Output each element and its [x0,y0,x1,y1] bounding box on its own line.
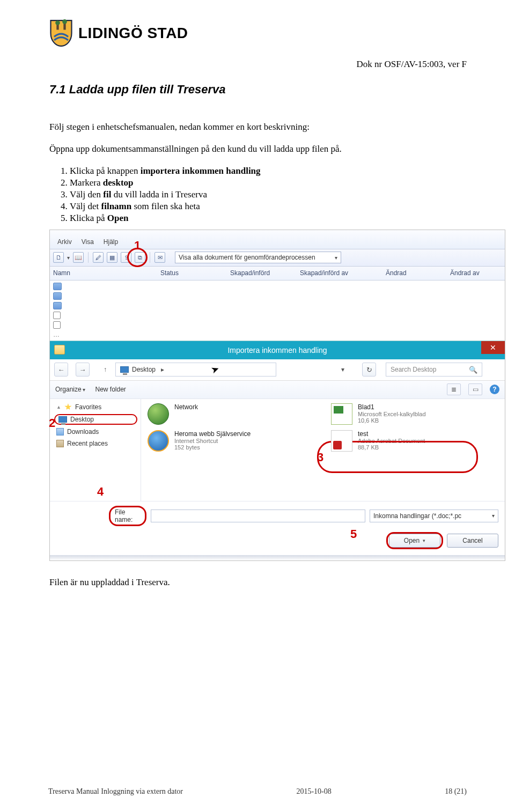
file-dialog: Importera inkommen handling ✕ ➤ ← → ↑ De… [50,341,505,560]
intro-para-2: Öppna upp dokumentsammanställningen på d… [49,143,467,156]
dialog-buttons: 5 Open ▾ Cancel [50,530,505,555]
recent-icon [56,440,64,447]
section-heading: 7.1 Ladda upp filen till Treserva [49,83,467,97]
desktop-icon [58,416,67,423]
ie-shortcut-icon [148,430,169,452]
pdf-icon [331,430,352,452]
filename-row: File name: Inkomna handlingar (*.doc;*.p… [50,501,505,530]
menu-hjalp[interactable]: Hjälp [104,238,118,246]
footer-right: 18 (21) [445,787,467,796]
closing-text: Filen är nu uppladdad i Treserva. [49,577,467,588]
star-icon [64,403,72,411]
step-item: Klicka på knappen importera inkommen han… [70,165,467,177]
desktop-icon [120,366,129,373]
filename-input[interactable] [151,510,365,522]
col-skapad-av[interactable]: Skapad/införd av [300,269,386,277]
col-status[interactable]: Status [160,269,230,277]
filename-label: File name: [115,508,133,523]
highlight-ring-1 [127,248,148,267]
dialog-title-text: Importera inkommen handling [227,346,327,355]
col-namn[interactable]: Namn [53,269,160,277]
book-icon[interactable]: 📖 [73,252,84,263]
menu-arkiv[interactable]: Arkiv [57,238,72,246]
new-icon[interactable]: 🗋 [53,252,64,263]
dialog-sidebar: ▲ Favorites Desktop Downloads [50,399,141,501]
search-input[interactable]: Search Desktop 🔍 [386,363,482,377]
location-dropdown-icon[interactable]: ▾ [339,366,347,373]
row-book-icon[interactable] [53,283,62,290]
open-button[interactable]: Open ▾ [389,534,440,548]
file-item-network[interactable]: Network [148,403,315,425]
marker-2: 2 [49,416,55,430]
app-toolbar: 🗋 ▾ 📖 🖉 ▦ ⇪ ⧉ ✉ Visa alla dokument för g… [50,249,505,267]
sidebar-downloads[interactable]: Downloads [54,427,137,437]
network-icon [148,403,169,425]
svg-point-1 [55,20,60,25]
help-icon[interactable]: ? [490,385,499,394]
grid-icon[interactable]: ▦ [107,252,117,263]
step-item: Klicka på Open [70,212,467,224]
breadcrumb-bar: ➤ ← → ↑ Desktop ▸ ▾ ↻ Search Desktop 🔍 [50,359,505,381]
marker-5: 5 [350,527,357,575]
nav-up-button[interactable]: ↑ [97,366,113,373]
collapse-icon: ▲ [56,404,61,410]
organize-menu[interactable]: Organize [55,386,85,393]
footer-mid: 2015-10-08 [296,787,331,796]
file-item-heroma[interactable]: Heroma webb Självservice Internet Shortc… [148,430,315,452]
highlight-ring-5 [386,532,443,549]
app-menubar: Arkiv Visa Hjälp [50,230,505,249]
step-item: Välj det filnamn som filen ska heta [70,201,467,212]
steps-list: Klicka på knappen importera inkommen han… [70,165,467,224]
col-andrad[interactable]: Ändrad [386,269,450,277]
filter-dropdown[interactable]: Visa alla dokument för genomförandeproce… [175,252,341,263]
location-box[interactable]: Desktop ▸ [115,363,276,377]
intro-para-1: Följ stegen i enhetschefsmanualen, nedan… [49,121,467,134]
row-doc-icon[interactable] [53,312,61,319]
filename-label-highlight: File name: [109,506,146,526]
filetype-select[interactable]: Inkomna handlingar (*.doc;*.pc [370,510,498,522]
page-header: LIDINGÖ STAD [49,19,467,47]
new-folder-button[interactable]: New folder [95,386,126,393]
footer-left: Treserva Manual Inloggning via extern da… [48,787,183,796]
screenshot: 1 Arkiv Visa Hjälp 🗋 ▾ 📖 🖉 ▦ ⇪ ⧉ ✉ Visa … [49,230,505,561]
excel-icon [331,403,352,425]
city-crest-icon [49,19,73,47]
rows-area [50,280,505,331]
sidebar-favorites[interactable]: ▲ Favorites [54,402,137,412]
file-item-blad1[interactable]: Blad1 Microsoft Excel-kalkylblad 10,6 KB [331,403,498,425]
search-icon: 🔍 [469,366,477,374]
refresh-button[interactable]: ↻ [362,363,376,377]
step-item: Välj den fil du vill ladda in i Treserva [70,189,467,201]
view-button[interactable]: ≣ [447,383,461,395]
chevron-right-icon: ▸ [159,366,164,373]
cancel-button[interactable]: Cancel [447,534,498,548]
preview-button[interactable]: ▭ [468,383,482,395]
row-book-icon[interactable] [53,292,62,300]
tool-icon[interactable]: 🖉 [93,252,104,263]
columns-header: Namn Status Skapad/införd Skapad/införd … [50,267,505,280]
menu-visa[interactable]: Visa [82,238,94,246]
close-button[interactable]: ✕ [481,341,505,354]
mail-icon[interactable]: ✉ [154,252,165,263]
ellipsis: … [50,331,505,341]
close-icon: ✕ [490,343,496,352]
col-andrad-av[interactable]: Ändrad av [450,269,505,277]
page-footer: Treserva Manual Inloggning via extern da… [48,787,467,796]
search-placeholder: Search Desktop [391,366,436,373]
nav-forward-button[interactable]: → [76,363,90,377]
marker-4: 4 [97,485,104,499]
organize-row: Organize New folder ≣ ▭ ? [50,381,505,399]
sidebar-desktop[interactable]: Desktop [54,414,137,425]
svg-point-3 [62,19,67,24]
row-doc-icon[interactable] [53,321,61,329]
document-number: Dok nr OSF/AV-15:003, ver F [357,59,467,70]
downloads-icon [56,428,64,435]
location-label: Desktop [132,366,156,373]
nav-back-button[interactable]: ← [54,363,68,377]
step-item: Markera desktop [70,177,467,189]
row-book-icon[interactable] [53,302,62,309]
sidebar-recent[interactable]: Recent places [54,439,137,448]
brand-text: LIDINGÖ STAD [78,25,188,42]
col-skapad[interactable]: Skapad/införd [230,269,300,277]
folder-icon [54,345,65,355]
